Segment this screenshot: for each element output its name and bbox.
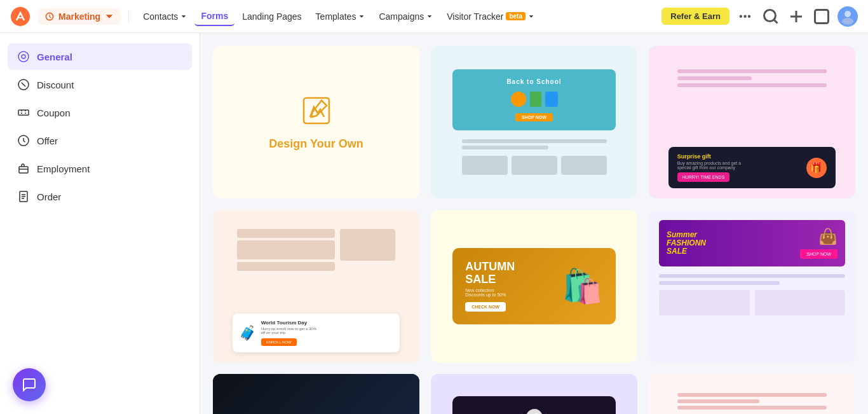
visitor-tracker-badge: beta bbox=[506, 12, 526, 20]
top-navigation: Marketing Contacts Forms Landing Pages T… bbox=[0, 0, 868, 33]
nav-landing-pages[interactable]: Landing Pages bbox=[236, 8, 308, 25]
svg-rect-2 bbox=[815, 10, 829, 23]
as-banner: AUTUMNSALE New collectionDiscounts up to… bbox=[452, 248, 616, 325]
sidebar-coupon-label: Coupon bbox=[37, 107, 71, 118]
template-card-surprise-gift[interactable]: Surprise gift Buy amazing products and g… bbox=[649, 46, 855, 198]
template-card-join-melson[interactable]: Join the Melson Subscribe now and get ex… bbox=[649, 374, 855, 414]
sidebar: General Discount Coupon bbox=[0, 33, 200, 414]
sidebar-item-offer[interactable]: Offer bbox=[8, 127, 192, 154]
nav-divider bbox=[128, 10, 129, 23]
coupon-icon bbox=[17, 106, 31, 120]
more-options-button[interactable]: ••• bbox=[736, 7, 755, 26]
sidebar-order-label: Order bbox=[37, 191, 61, 202]
fi-preview: 🏃 🏃 POWER UP YOUR FITNESS JOURNEY Join o… bbox=[213, 374, 419, 414]
bts-lines bbox=[462, 137, 607, 152]
svg-point-4 bbox=[842, 18, 853, 25]
nav-links: Contacts Forms Landing Pages Templates C… bbox=[137, 7, 659, 26]
template-card-summer-fashion[interactable]: SummerFASHIONNSALE 👜 SHOP NOW bbox=[649, 210, 855, 362]
main-content: Design Your Own Back to School SHOP NOW bbox=[200, 33, 868, 414]
autumn-model-icon: 🛍️ bbox=[562, 267, 603, 306]
sidebar-discount-label: Discount bbox=[37, 79, 74, 90]
marketing-app-button[interactable]: Marketing bbox=[38, 8, 121, 25]
wt-top bbox=[237, 229, 395, 271]
svg-rect-9 bbox=[18, 110, 29, 115]
template-card-world-tourism[interactable]: 🧳 World Tourism Day Hurry up enroll now … bbox=[213, 210, 419, 362]
jm-top bbox=[677, 393, 826, 410]
nav-forms[interactable]: Forms bbox=[194, 7, 234, 26]
general-icon bbox=[17, 50, 31, 64]
svg-point-0 bbox=[11, 7, 30, 26]
add-button[interactable] bbox=[787, 7, 806, 26]
nav-contacts[interactable]: Contacts bbox=[137, 8, 193, 25]
search-button[interactable] bbox=[761, 7, 780, 26]
notifications-button[interactable] bbox=[812, 7, 831, 26]
template-card-design-own[interactable]: Design Your Own bbox=[213, 46, 419, 198]
bts-cols bbox=[462, 156, 607, 175]
sidebar-item-employment[interactable]: Employment bbox=[8, 155, 192, 182]
nav-templates[interactable]: Templates bbox=[309, 8, 372, 25]
employment-icon bbox=[17, 162, 31, 176]
suitcase-icon: 🧳 bbox=[239, 325, 256, 342]
svg-rect-11 bbox=[19, 167, 28, 173]
app-logo bbox=[10, 6, 31, 27]
user-avatar[interactable] bbox=[837, 6, 858, 27]
discount-icon bbox=[17, 78, 31, 92]
marketing-label: Marketing bbox=[58, 11, 100, 22]
offer-icon bbox=[17, 134, 31, 148]
sg-gift-icon: 🎁 bbox=[806, 158, 827, 178]
nav-visitor-tracker[interactable]: Visitor Tracker beta bbox=[440, 8, 541, 25]
edit-icon bbox=[300, 94, 333, 130]
sidebar-offer-label: Offer bbox=[37, 135, 58, 146]
svg-point-6 bbox=[18, 52, 29, 62]
hw-banner: 👻 ★★★★★ HII! Halloween pre-order Be the … bbox=[452, 396, 616, 414]
sidebar-item-order[interactable]: Order bbox=[8, 183, 192, 210]
main-layout: General Discount Coupon bbox=[0, 33, 868, 414]
sg-banner: Surprise gift Buy amazing products and g… bbox=[668, 147, 836, 188]
svg-point-1 bbox=[764, 10, 776, 21]
plus-icon bbox=[787, 7, 806, 26]
svg-point-3 bbox=[844, 11, 851, 17]
bts-preview: Back to School SHOP NOW bbox=[431, 46, 637, 198]
svg-point-7 bbox=[22, 55, 25, 59]
template-card-autumn-sale[interactable]: AUTUMNSALE New collectionDiscounts up to… bbox=[431, 210, 637, 362]
nav-campaigns[interactable]: Campaigns bbox=[372, 8, 439, 25]
sidebar-employment-label: Employment bbox=[37, 163, 90, 174]
chat-icon bbox=[22, 377, 37, 392]
sidebar-item-coupon[interactable]: Coupon bbox=[8, 99, 192, 126]
sg-preview: Surprise gift Buy amazing products and g… bbox=[649, 46, 855, 198]
ghost-icon: 👻 bbox=[520, 409, 548, 415]
sidebar-general-label: General bbox=[37, 52, 72, 62]
bell-icon bbox=[812, 7, 831, 26]
bag-icon: 👜 bbox=[818, 228, 837, 245]
hw-preview: 👻 ★★★★★ HII! Halloween pre-order Be the … bbox=[431, 374, 637, 414]
wt-preview: 🧳 World Tourism Day Hurry up enroll now … bbox=[213, 210, 419, 362]
sidebar-item-general[interactable]: General bbox=[8, 43, 192, 70]
sf-cols bbox=[659, 290, 845, 315]
nav-right: Refer & Earn ••• bbox=[661, 6, 858, 27]
sg-top-lines bbox=[677, 66, 826, 90]
chat-button[interactable] bbox=[13, 368, 46, 401]
refer-earn-button[interactable]: Refer & Earn bbox=[661, 8, 729, 25]
more-icon: ••• bbox=[739, 11, 752, 22]
bts-banner: Back to School SHOP NOW bbox=[452, 69, 616, 130]
search-icon bbox=[761, 7, 780, 26]
wt-banner: 🧳 World Tourism Day Hurry up enroll now … bbox=[233, 314, 400, 352]
design-own-label: Design Your Own bbox=[269, 137, 363, 151]
sf-banner: SummerFASHIONNSALE 👜 SHOP NOW bbox=[659, 220, 845, 266]
order-icon bbox=[17, 190, 31, 204]
template-card-fitness[interactable]: 🏃 🏃 POWER UP YOUR FITNESS JOURNEY Join o… bbox=[213, 374, 419, 414]
templates-grid: Design Your Own Back to School SHOP NOW bbox=[213, 46, 855, 414]
sidebar-item-discount[interactable]: Discount bbox=[8, 71, 192, 98]
template-card-back-to-school[interactable]: Back to School SHOP NOW bbox=[431, 46, 637, 198]
sf-lines bbox=[659, 274, 845, 285]
as-preview: AUTUMNSALE New collectionDiscounts up to… bbox=[431, 210, 637, 362]
sf-preview: SummerFASHIONNSALE 👜 SHOP NOW bbox=[649, 210, 855, 362]
jm-preview: Join the Melson Subscribe now and get ex… bbox=[649, 374, 855, 414]
template-card-halloween[interactable]: 👻 ★★★★★ HII! Halloween pre-order Be the … bbox=[431, 374, 637, 414]
